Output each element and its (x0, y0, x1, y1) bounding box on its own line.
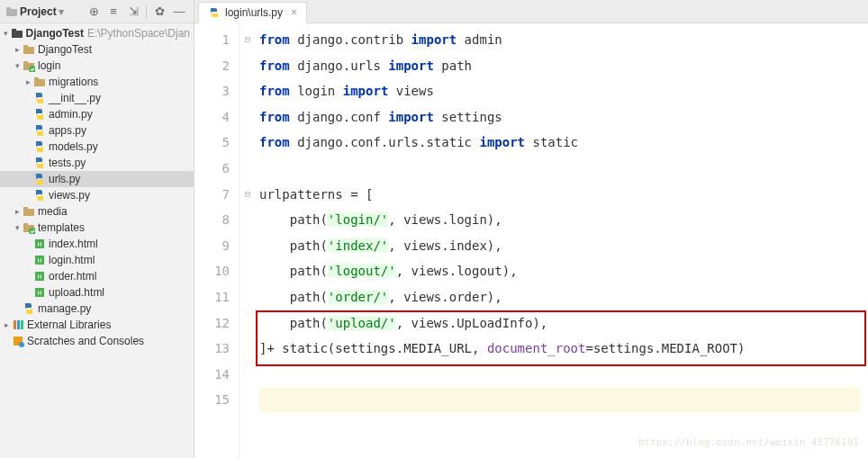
tree-node-label: migrations (49, 76, 98, 88)
folder-icon (5, 5, 18, 18)
tab-urls-py[interactable]: login\urls.py × (198, 2, 307, 23)
expand-arrow-icon[interactable]: ▸ (23, 77, 32, 86)
code-line[interactable] (259, 156, 861, 182)
code-line[interactable]: ]+ static(settings.MEDIA_URL, document_r… (259, 336, 861, 362)
svg-text:H: H (37, 290, 41, 296)
tree-node-label: login.html (49, 254, 95, 266)
svg-rect-26 (21, 320, 23, 329)
tree-node[interactable]: ▸media (0, 203, 194, 220)
tree-node-label: tests.py (49, 157, 86, 169)
tree-node[interactable]: manage.py (0, 301, 194, 317)
fold-marker[interactable] (240, 310, 256, 337)
tree-node-label: models.py (49, 140, 98, 153)
fold-marker[interactable] (240, 78, 256, 104)
tab-bar: login\urls.py × (194, 0, 868, 23)
tree-node-label: Scratches and Consoles (27, 335, 144, 347)
dropdown-icon[interactable]: ▾ (59, 5, 64, 18)
code-line[interactable]: from django.urls import path (259, 53, 861, 79)
expand-arrow-icon[interactable]: ▸ (13, 207, 22, 216)
tree-node[interactable]: ▸migrations (0, 74, 194, 90)
fold-marker[interactable] (240, 362, 256, 388)
fold-marker[interactable] (240, 104, 256, 130)
project-tree[interactable]: ▾DjangoTestE:\PythonSpace\Djan▸DjangoTes… (0, 23, 194, 458)
tree-node-label: __init__.py (49, 92, 101, 104)
py-icon (32, 123, 47, 138)
tree-node[interactable]: apps.py (0, 122, 194, 139)
code-line[interactable] (259, 362, 861, 388)
fold-marker[interactable] (240, 336, 256, 362)
flatten-icon[interactable]: ≡ (104, 4, 122, 18)
tree-node[interactable]: ▾DjangoTestE:\PythonSpace\Djan (0, 25, 194, 41)
expand-arrow-icon[interactable]: ▾ (13, 61, 22, 70)
watermark: https://blog.csdn.net/weixin_45776191 (638, 430, 859, 456)
tree-node[interactable]: Hlogin.html (0, 252, 194, 268)
code-line[interactable]: from login import views (259, 78, 861, 104)
svg-point-28 (19, 342, 24, 347)
tree-node[interactable]: ▾templates (0, 220, 194, 236)
fold-marker[interactable] (240, 130, 256, 156)
target-icon[interactable]: ⊕ (85, 4, 103, 18)
tree-node[interactable]: admin.py (0, 106, 194, 122)
tree-node[interactable]: views.py (0, 187, 194, 203)
tree-node-label: media (38, 205, 68, 218)
expand-arrow-icon[interactable]: ▸ (13, 45, 22, 54)
code-content[interactable]: from django.contrib import adminfrom dja… (256, 23, 868, 458)
fold-marker[interactable]: ⊟ (240, 182, 256, 208)
tree-node[interactable]: Horder.html (0, 268, 194, 284)
code-line[interactable]: from django.conf import settings (259, 104, 861, 130)
code-line[interactable]: from django.conf.urls.static import stat… (259, 130, 861, 156)
svg-rect-3 (12, 29, 16, 31)
tree-node[interactable]: __init__.py (0, 90, 194, 106)
line-number: 15 (194, 387, 230, 413)
html-icon: H (32, 253, 47, 267)
code-line[interactable]: path('upload/', views.UpLoadInfo), (259, 310, 861, 337)
fold-marker[interactable] (240, 233, 256, 259)
expand-icon[interactable]: ⇲ (124, 4, 142, 18)
tree-node-label: DjangoTest (25, 27, 83, 40)
tree-node-label: order.html (49, 270, 96, 283)
expand-arrow-icon[interactable]: ▾ (2, 29, 10, 38)
code-line[interactable]: path('index/', views.index), (259, 233, 861, 259)
expand-arrow-icon[interactable]: ▸ (2, 320, 11, 329)
tree-node[interactable]: tests.py (0, 155, 194, 171)
code-line[interactable]: path('logout/', views.logout), (259, 258, 861, 284)
svg-text:H: H (37, 257, 41, 264)
code-line[interactable]: path('login/', views.login), (259, 207, 861, 233)
hide-icon[interactable]: — (170, 4, 188, 18)
code-line[interactable]: path('order/', views.order), (259, 284, 861, 310)
line-number: 10 (194, 258, 230, 284)
dir-icon (32, 75, 47, 89)
code-line[interactable]: from django.contrib import admin (259, 27, 861, 53)
fold-marker[interactable] (240, 258, 256, 284)
line-number: 11 (194, 284, 230, 310)
fold-marker[interactable]: ⊟ (240, 27, 256, 53)
fold-marker[interactable] (240, 156, 256, 182)
tree-node[interactable]: Hindex.html (0, 236, 194, 252)
lib-icon (11, 318, 25, 332)
tree-node-label: apps.py (49, 124, 86, 137)
fold-column[interactable]: ⊟⊟ (240, 23, 256, 458)
tree-node[interactable]: ▾login (0, 58, 194, 74)
line-number: 14 (194, 362, 230, 388)
dir-chk-icon (22, 58, 36, 73)
gear-icon[interactable]: ✿ (150, 4, 168, 18)
code-line[interactable]: urlpatterns = [ (259, 182, 861, 208)
expand-arrow-icon[interactable]: ▾ (13, 223, 22, 232)
separator (146, 4, 147, 19)
tree-node[interactable]: models.py (0, 139, 194, 155)
tree-node[interactable]: urls.py (0, 171, 194, 187)
fold-marker[interactable] (240, 387, 256, 413)
close-icon[interactable]: × (291, 6, 297, 19)
tree-node-label: views.py (49, 189, 90, 202)
fold-marker[interactable] (240, 284, 256, 310)
tree-node[interactable]: ▸External Libraries (0, 317, 194, 333)
py-icon (32, 172, 47, 186)
fold-marker[interactable] (240, 207, 256, 233)
tree-node[interactable]: Hupload.html (0, 284, 194, 301)
line-number: 3 (194, 78, 230, 104)
fold-marker[interactable] (240, 53, 256, 79)
tree-node[interactable]: ▸DjangoTest (0, 41, 194, 58)
code-line[interactable] (259, 387, 861, 413)
tree-node[interactable]: Scratches and Consoles (0, 333, 194, 349)
tree-node-label: login (38, 59, 60, 72)
